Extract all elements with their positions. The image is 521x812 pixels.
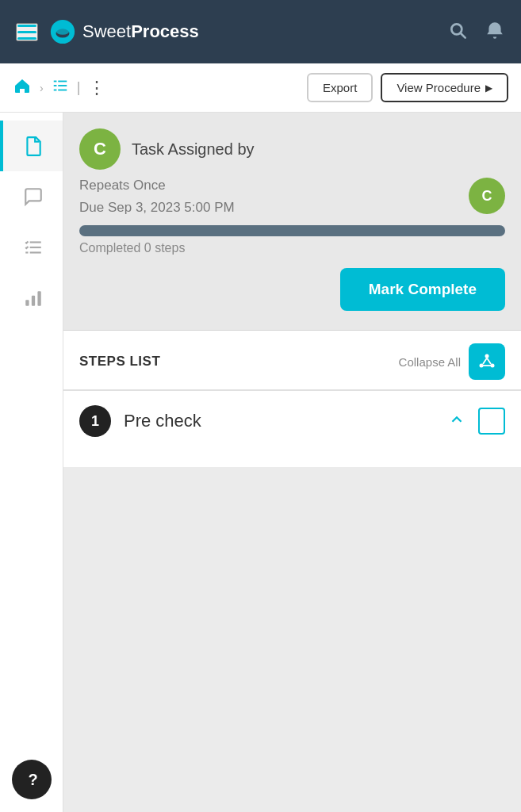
sidebar-item-document[interactable] [0,121,63,171]
step-row-1: 1 Pre check [63,391,521,451]
breadcrumb-bar: › | ⋮ Export View Procedure ▶ [0,63,521,113]
step-name-1: Pre check [124,411,435,431]
svg-rect-9 [53,90,56,91]
svg-rect-16 [31,296,34,306]
svg-line-22 [487,358,491,365]
sidebar-item-comments[interactable] [0,171,63,222]
progress-bar-fill [79,225,505,236]
mark-complete-row: Mark Complete [79,268,505,311]
step-checkbox-1[interactable] [478,408,505,435]
svg-rect-5 [53,81,56,82]
sidebar-item-help[interactable]: ? [12,760,52,799]
progress-bar [79,225,505,236]
task-card: C Task Assigned by C Repeats Once Due Se… [63,113,521,331]
steps-title: STEPS LIST [79,354,391,370]
logo-text: SweetProcess [82,21,199,42]
sidebar-help-area: ? [0,760,63,799]
logo-area: SweetProcess [49,18,199,45]
svg-rect-8 [58,85,67,86]
task-meta: C Repeats Once Due Sep 3, 2023 5:00 PM [79,178,505,216]
sidebar-item-analytics[interactable] [0,273,63,324]
header-right [448,21,505,44]
top-header: SweetProcess [0,0,521,63]
breadcrumb-arrow-1: › [40,82,44,94]
svg-rect-17 [37,291,40,305]
sidebar: ? [0,113,63,812]
assigned-by-avatar: C [79,128,121,170]
view-procedure-button[interactable]: View Procedure ▶ [381,73,508,102]
svg-rect-15 [25,300,29,306]
notifications-button[interactable] [485,21,505,44]
network-diagram-button[interactable] [469,343,505,380]
collapse-all-button[interactable]: Collapse All [399,355,461,369]
svg-line-21 [483,358,487,365]
svg-point-2 [56,27,70,34]
svg-point-20 [491,364,495,368]
logo-icon [49,18,76,45]
task-assigned-by-label: Task Assigned by [132,140,255,159]
svg-point-19 [480,364,484,368]
home-breadcrumb[interactable] [13,76,32,100]
search-button[interactable] [448,21,469,44]
svg-point-18 [485,354,489,358]
menu-button[interactable] [16,23,38,41]
step-chevron-1[interactable] [448,411,465,432]
assignee-avatar: C [469,178,505,214]
steps-section: STEPS LIST Collapse All 1 Pre check [63,331,521,467]
completed-steps-label: Completed 0 steps [79,241,505,255]
step-number-1: 1 [79,405,111,437]
svg-line-4 [461,33,465,37]
svg-rect-10 [58,90,67,91]
svg-rect-7 [53,85,56,86]
mark-complete-button[interactable]: Mark Complete [340,268,505,311]
export-button[interactable]: Export [307,73,373,102]
task-avatar-row: C Task Assigned by [79,128,505,170]
content-area: C Task Assigned by C Repeats Once Due Se… [63,113,521,812]
due-date-label: Due Sep 3, 2023 5:00 PM [79,200,505,216]
breadcrumb-list-icon[interactable] [52,77,69,98]
main-layout: ? C Task Assigned by C Repeats Once Due … [0,113,521,812]
sidebar-item-tasks[interactable] [0,222,63,273]
breadcrumb-divider: | [77,79,81,96]
breadcrumb-more-button[interactable]: ⋮ [88,78,105,98]
repeats-label: Repeats Once [79,178,505,193]
steps-header: STEPS LIST Collapse All [63,331,521,391]
header-left: SweetProcess [16,18,199,45]
svg-rect-6 [58,81,67,82]
